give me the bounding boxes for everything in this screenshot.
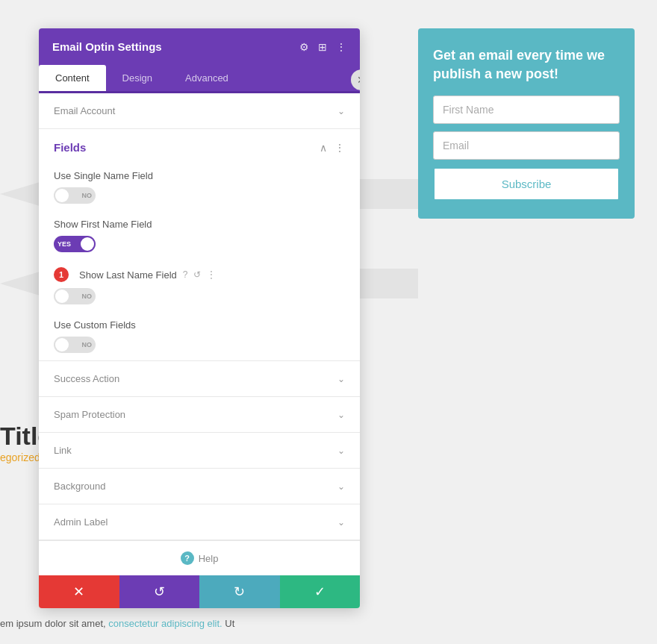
panel-close-button[interactable]: ✕ [351, 69, 360, 90]
show-last-name-field-row: 1 Show Last Name Field ? ↺ ⋮ NO [39, 260, 360, 312]
panel-header: Email Optin Settings ⚙ ⊞ ⋮ [39, 28, 360, 65]
panel-more-icon[interactable]: ⋮ [336, 41, 346, 53]
badge-1: 1 [54, 267, 69, 282]
spam-protection-label: Spam Protection [54, 409, 125, 420]
widget-subscribe-button[interactable]: Subscribe [433, 167, 620, 201]
widget-email-input[interactable] [433, 131, 620, 160]
toggle-off-custom[interactable]: NO [54, 337, 96, 353]
toggle-knob [55, 189, 69, 202]
use-custom-fields-label: Use Custom Fields [54, 319, 345, 331]
link-label: Link [54, 445, 72, 456]
admin-label-chevron-icon: ⌄ [337, 517, 345, 528]
tab-advanced[interactable]: Advanced [169, 65, 245, 91]
widget-first-name-input[interactable] [433, 96, 620, 124]
spam-protection-chevron-icon: ⌄ [337, 410, 345, 420]
email-account-label: Email Account [54, 105, 115, 116]
fields-header: Fields ∧ ⋮ [39, 129, 360, 163]
tab-content[interactable]: Content [39, 65, 106, 91]
reset-icon[interactable]: ↺ [193, 269, 201, 280]
show-first-name-label: Show First Name Field [54, 219, 345, 230]
email-optin-widget: Get an email every time we publish a new… [418, 28, 635, 219]
tab-design[interactable]: Design [106, 65, 169, 91]
background-section: Background ⌄ [39, 469, 360, 504]
widget-title: Get an email every time we publish a new… [433, 46, 620, 84]
fields-title: Fields [54, 141, 86, 154]
background-label: Background [54, 481, 105, 492]
fields-collapse-icon[interactable]: ∧ [320, 142, 327, 154]
settings-gear-icon[interactable]: ⚙ [299, 41, 309, 53]
undo-button[interactable]: ↺ [119, 575, 200, 608]
toggle-knob [55, 338, 69, 351]
success-action-label: Success Action [54, 373, 119, 384]
toggle-no-label: NO [82, 192, 93, 199]
toggle-knob [81, 237, 94, 251]
action-bar: ✕ ↺ ↻ ✓ [39, 575, 360, 608]
body-link[interactable]: consectetur adipiscing elit. [108, 618, 222, 629]
link-chevron-icon: ⌄ [337, 446, 345, 456]
background-chevron-icon: ⌄ [337, 481, 345, 492]
toggle-off-single[interactable]: NO [54, 187, 96, 204]
success-action-header[interactable]: Success Action ⌄ [39, 361, 360, 396]
spam-protection-section: Spam Protection ⌄ [39, 397, 360, 433]
toggle-no-label: NO [82, 341, 93, 348]
spam-protection-header[interactable]: Spam Protection ⌄ [39, 397, 360, 432]
show-first-name-field-row: Show First Name Field YES [39, 211, 360, 260]
show-last-name-toggle[interactable]: NO [54, 288, 345, 304]
save-button[interactable]: ✓ [280, 575, 361, 608]
panel-content: Email Account ⌄ Fields ∧ ⋮ Use Single Na… [39, 93, 360, 575]
success-action-chevron-icon: ⌄ [337, 374, 345, 384]
help-icon: ? [181, 551, 194, 565]
page-body-text: em ipsum dolor sit amet, consectetur adi… [0, 618, 234, 629]
toggle-on-firstname[interactable]: YES [54, 236, 96, 252]
cancel-button[interactable]: ✕ [39, 575, 119, 608]
tab-bar: Content Design Advanced ✕ [39, 65, 360, 93]
toggle-knob [55, 290, 69, 303]
use-single-name-toggle[interactable]: NO [54, 187, 345, 204]
redo-button[interactable]: ↻ [199, 575, 280, 608]
toggle-no-label: NO [82, 293, 93, 300]
use-single-name-label: Use Single Name Field [54, 170, 345, 181]
background-header[interactable]: Background ⌄ [39, 469, 360, 504]
email-account-header[interactable]: Email Account ⌄ [39, 93, 360, 128]
fields-more-icon[interactable]: ⋮ [334, 142, 345, 154]
email-account-section: Email Account ⌄ [39, 93, 360, 129]
show-last-name-label: 1 Show Last Name Field ? ↺ ⋮ [54, 267, 345, 282]
use-custom-fields-row: Use Custom Fields NO [39, 312, 360, 360]
more-options-icon[interactable]: ⋮ [207, 269, 216, 280]
toggle-off-lastname[interactable]: NO [54, 288, 96, 304]
panel-footer: ? Help [39, 540, 360, 575]
admin-label-section: Admin Label ⌄ [39, 504, 360, 540]
help-label[interactable]: Help [199, 553, 219, 564]
panel-title: Email Optin Settings [52, 40, 162, 53]
fields-header-icons: ∧ ⋮ [320, 142, 345, 154]
panel-columns-icon[interactable]: ⊞ [318, 41, 327, 53]
email-account-chevron-icon: ⌄ [337, 106, 345, 116]
show-first-name-toggle[interactable]: YES [54, 236, 345, 252]
admin-label-header[interactable]: Admin Label ⌄ [39, 504, 360, 540]
use-custom-fields-toggle[interactable]: NO [54, 337, 345, 353]
toggle-yes-label: YES [57, 240, 71, 248]
success-action-section: Success Action ⌄ [39, 361, 360, 397]
page-category: egorized [0, 451, 40, 463]
fields-section: Fields ∧ ⋮ Use Single Name Field NO [39, 129, 360, 361]
panel-header-icons: ⚙ ⊞ ⋮ [299, 41, 346, 53]
help-tooltip-icon[interactable]: ? [183, 269, 188, 280]
settings-panel: Email Optin Settings ⚙ ⊞ ⋮ Content Desig… [39, 28, 360, 608]
admin-label-label: Admin Label [54, 516, 108, 528]
link-section: Link ⌄ [39, 433, 360, 469]
use-single-name-field-row: Use Single Name Field NO [39, 163, 360, 211]
link-header[interactable]: Link ⌄ [39, 433, 360, 468]
